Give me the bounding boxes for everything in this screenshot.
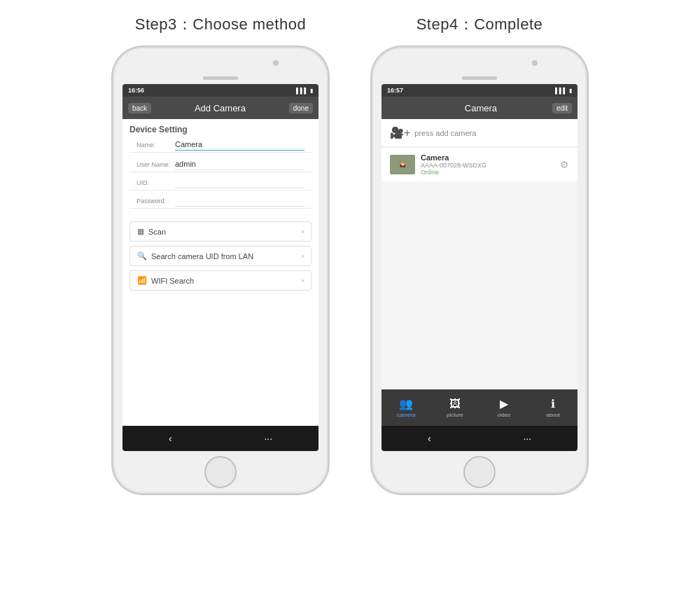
phone4-status-bar: 16:57 ▌▌▌ ▮: [382, 84, 578, 97]
phone3-top-bar: [113, 48, 328, 84]
username-row: User Name: admin: [130, 157, 312, 172]
name-label: Name:: [136, 141, 175, 151]
edit-button[interactable]: edit: [552, 103, 572, 113]
camera-thumbnail: 🌄: [390, 155, 415, 174]
phone3-screen: 16:56 ▌▌▌ ▮ back Add Camera done: [122, 84, 318, 451]
tab-camera[interactable]: 👥 camera: [382, 397, 430, 418]
wifi-search-button[interactable]: 📶 WIFI Search ›: [130, 270, 312, 291]
camera-list: 🎥+ press add camera 🌄 Camera AAAA-007028…: [382, 119, 578, 389]
search-lan-chevron: ›: [302, 252, 304, 260]
scan-button[interactable]: ▦ Scan ›: [130, 221, 312, 242]
search-icon: 🔍: [137, 251, 147, 261]
method-buttons: ▦ Scan › 🔍 Search camera UID from LAN: [122, 214, 318, 291]
camera-tab-label: camera: [397, 412, 416, 418]
wifi-search-chevron: ›: [302, 277, 304, 284]
phone3-time: 16:56: [128, 87, 144, 94]
phone4-bottom-bar: ‹ ···: [382, 426, 578, 451]
picture-tab-icon: 🖼: [449, 398, 461, 410]
step3-container: Step3：Choose method 16:56 ▌▌▌ ▮: [112, 14, 329, 494]
phone3-app-header: back Add Camera done: [122, 97, 318, 119]
phone3-frame: 16:56 ▌▌▌ ▮ back Add Camera done: [112, 46, 329, 494]
password-value[interactable]: [175, 205, 304, 207]
password-label: Password:: [136, 198, 175, 207]
phone4-frame: 16:57 ▌▌▌ ▮ Camera edit: [371, 46, 588, 494]
phone4-top-bar: [372, 48, 587, 84]
phone4-bottom-bar-area: [372, 451, 587, 493]
wifi-icon: 📶: [137, 276, 147, 285]
phone3-header-title: Add Camera: [151, 103, 289, 113]
camera-thumb-icon: 🌄: [400, 162, 406, 167]
device-setting-title: Device Setting: [122, 119, 318, 137]
phone3-back-icon[interactable]: ‹: [169, 433, 172, 444]
phone4-back-icon[interactable]: ‹: [428, 433, 431, 444]
phone3-menu-icon[interactable]: ···: [264, 433, 272, 444]
steps-row: Step3：Choose method 16:56 ▌▌▌ ▮: [0, 14, 700, 494]
phone4-time: 16:57: [387, 87, 403, 94]
phone4-signal: ▌▌▌: [555, 88, 567, 94]
settings-icon[interactable]: ⚙: [560, 159, 569, 170]
step4-container: Step4：Complete 16:57 ▌▌▌ ▮: [371, 14, 588, 494]
uid-value[interactable]: [175, 186, 304, 188]
camera-name: Camera: [421, 153, 554, 162]
wifi-search-label: WIFI Search: [151, 277, 194, 285]
phone4-status-icons: ▌▌▌ ▮: [555, 88, 572, 94]
tab-picture[interactable]: 🖼 picture: [430, 398, 479, 418]
phone3-battery: ▮: [310, 88, 313, 94]
search-lan-button-left: 🔍 Search camera UID from LAN: [137, 251, 253, 261]
camera-tab-icon: 👥: [399, 397, 413, 410]
username-label: User Name:: [136, 161, 175, 170]
scan-button-left: ▦ Scan: [137, 227, 166, 236]
phone4-battery: ▮: [569, 88, 572, 94]
wifi-search-button-left: 📶 WIFI Search: [137, 276, 194, 285]
scan-label: Scan: [148, 228, 166, 236]
uid-label: UID:: [136, 179, 175, 188]
add-camera-icon: 🎥+: [390, 126, 410, 139]
about-tab-label: about: [546, 412, 560, 418]
phone4-menu-icon[interactable]: ···: [523, 433, 531, 444]
step4-title: Step4：Complete: [416, 14, 543, 35]
phone3-bottom-bar-area: [113, 451, 328, 493]
phone3-signal: ▌▌▌: [296, 88, 308, 94]
username-value[interactable]: admin: [175, 160, 304, 170]
phone4-header-title: Camera: [410, 103, 552, 113]
page-container: Step3：Choose method 16:56 ▌▌▌ ▮: [0, 14, 700, 494]
phone3-status-icons: ▌▌▌ ▮: [296, 88, 313, 94]
uid-row: UID:: [130, 176, 312, 190]
add-camera-row[interactable]: 🎥+ press add camera: [382, 119, 578, 147]
back-button[interactable]: back: [128, 103, 151, 113]
phone4-speaker: [462, 76, 497, 80]
phone3-status-bar: 16:56 ▌▌▌ ▮: [122, 84, 318, 97]
name-row: Name: Camera: [130, 137, 312, 153]
phone4-home-button[interactable]: [463, 456, 496, 488]
camera-item[interactable]: 🌄 Camera AAAA-007028-WSDXG Online ⚙: [382, 148, 578, 181]
phone4-screen: 16:57 ▌▌▌ ▮ Camera edit: [382, 84, 578, 451]
picture-tab-label: picture: [447, 412, 463, 418]
search-lan-label: Search camera UID from LAN: [151, 252, 253, 261]
about-tab-icon: ℹ: [551, 397, 555, 410]
video-tab-icon: ▶: [500, 397, 508, 410]
done-button[interactable]: done: [289, 103, 313, 113]
camera-info: Camera AAAA-007028-WSDXG Online: [421, 153, 554, 176]
add-camera-text: press add camera: [414, 129, 476, 137]
phone3-speaker: [203, 76, 238, 80]
camera-uid: AAAA-007028-WSDXG: [421, 162, 554, 169]
tab-video[interactable]: ▶ video: [479, 397, 528, 418]
name-value[interactable]: Camera: [175, 140, 304, 151]
tab-about[interactable]: ℹ about: [528, 397, 578, 418]
phone3-home-button[interactable]: [204, 456, 237, 488]
phone4-tab-bar: 👥 camera 🖼 picture ▶ video ℹ: [382, 389, 578, 426]
camera-status: Online: [421, 169, 554, 176]
phone4-app-header: Camera edit: [382, 97, 578, 119]
phone4-camera-dot: [532, 60, 538, 66]
phone3-bottom-bar: ‹ ···: [122, 426, 318, 451]
scan-chevron: ›: [302, 228, 304, 235]
password-row: Password:: [130, 195, 312, 209]
step3-title: Step3：Choose method: [135, 14, 306, 35]
search-lan-button[interactable]: 🔍 Search camera UID from LAN ›: [130, 246, 312, 266]
video-tab-label: video: [497, 412, 510, 418]
phone3-camera-dot: [273, 60, 279, 66]
scan-icon: ▦: [137, 227, 144, 236]
phone3-screen-content: Device Setting Name: Camera User Name: a…: [122, 119, 318, 426]
